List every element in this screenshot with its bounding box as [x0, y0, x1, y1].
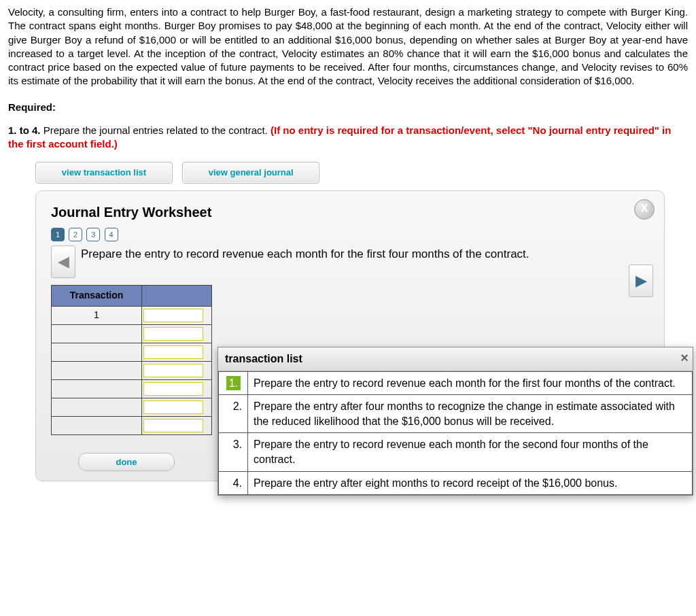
requirement-line: 1. to 4. Prepare the journal entries rel…: [8, 124, 688, 152]
view-transaction-list-button[interactable]: view transaction list: [35, 162, 173, 184]
list-item-text: Prepare the entry to record revenue each…: [248, 433, 693, 471]
tx-input-5[interactable]: [143, 382, 203, 396]
list-item-num: 3.: [219, 433, 248, 471]
list-item-text: Prepare the entry after eight months to …: [248, 471, 693, 487]
tx-input-4[interactable]: [143, 364, 203, 377]
tx-input-6[interactable]: [143, 400, 203, 414]
list-item[interactable]: 2. Prepare the entry after four months t…: [219, 395, 693, 433]
step-2[interactable]: 2: [69, 228, 82, 241]
tx-number-cell: 1: [52, 306, 142, 324]
next-arrow-icon[interactable]: ▶: [629, 264, 653, 297]
list-item[interactable]: 3. Prepare the entry to record revenue e…: [219, 433, 693, 471]
list-item-num: 4.: [219, 471, 248, 487]
popup-close-icon[interactable]: ×: [680, 349, 689, 367]
tx-input-2[interactable]: [143, 327, 203, 341]
popup-header: transaction list ×: [218, 347, 693, 371]
worksheet-title: Journal Entry Worksheet: [51, 203, 649, 222]
tx-input-7[interactable]: [143, 419, 203, 432]
transaction-list-table: 1. Prepare the entry to record revenue e…: [218, 371, 693, 487]
tx-col2-header: [142, 285, 212, 306]
required-label: Required:: [8, 101, 688, 114]
step-3[interactable]: 3: [86, 228, 100, 241]
worksheet-instruction: Prepare the entry to record revenue each…: [81, 245, 529, 262]
prev-arrow-icon[interactable]: ◀: [51, 245, 75, 278]
close-icon[interactable]: X: [634, 199, 655, 220]
list-item[interactable]: 1. Prepare the entry to record revenue e…: [219, 371, 693, 395]
list-item-num: 2.: [219, 395, 248, 433]
step-4[interactable]: 4: [105, 228, 118, 241]
current-marker: 1.: [226, 376, 241, 391]
popup-title: transaction list: [225, 353, 302, 364]
done-button[interactable]: done: [78, 453, 175, 472]
list-item-text: Prepare the entry to record revenue each…: [248, 371, 693, 395]
tx-input-1[interactable]: [143, 309, 203, 322]
requirement-prefix: 1. to 4.: [8, 124, 41, 136]
transaction-table: Transaction 1: [51, 285, 212, 435]
tx-header: Transaction: [52, 285, 142, 306]
step-badges: 1 2 3 4: [51, 227, 649, 241]
view-general-journal-button[interactable]: view general journal: [182, 162, 319, 184]
list-item-text: Prepare the entry after four months to r…: [248, 395, 693, 433]
problem-text: Velocity, a consulting firm, enters into…: [8, 5, 688, 88]
tx-input-3[interactable]: [143, 345, 203, 359]
step-1[interactable]: 1: [51, 228, 65, 241]
view-toggle-bar: view transaction list view general journ…: [35, 162, 688, 184]
requirement-black: Prepare the journal entries related to t…: [44, 124, 271, 136]
transaction-list-popup: transaction list × 1. Prepare the entry …: [218, 347, 693, 487]
list-item[interactable]: 4. Prepare the entry after eight months …: [219, 471, 693, 487]
